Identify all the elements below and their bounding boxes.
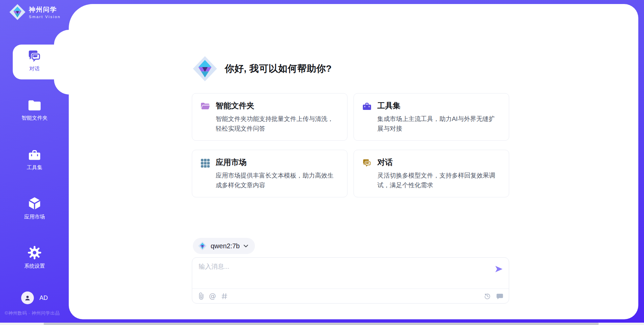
sidebar-item-smart-folder[interactable]: 智能文件夹 — [0, 99, 69, 122]
person-avatar-icon — [23, 294, 32, 302]
footer-credit: ©神州数码 · 神州问学出品 — [5, 310, 68, 316]
greeting: 你好, 我可以如何帮助你? — [192, 55, 332, 82]
model-selector[interactable]: qwen2:7b — [193, 238, 255, 254]
attachment-button[interactable] — [199, 292, 204, 300]
main-content-layer: 你好, 我可以如何帮助你? 智能文件夹 智能文件夹功能支持批量文件上传与清洗，轻… — [69, 4, 638, 319]
toolbox-icon — [27, 148, 42, 161]
gear-icon — [28, 246, 42, 260]
brand-text: 神州问学 Smart Vision — [29, 5, 61, 19]
greeting-title: 你好, 我可以如何帮助你? — [225, 62, 332, 75]
card-title: 对话 — [377, 157, 501, 168]
model-name: qwen2:7b — [211, 242, 240, 250]
composer-toolbar: @ — [199, 289, 503, 303]
sidebar-item-app-market[interactable]: 应用市场 — [0, 196, 69, 220]
grid-icon — [200, 157, 216, 190]
history-button[interactable] — [484, 292, 491, 300]
feedback-button[interactable] — [496, 293, 503, 300]
folder-icon — [27, 99, 42, 112]
chat-bubbles-icon — [362, 157, 377, 190]
card-smart-folder[interactable]: 智能文件夹 智能文件夹功能支持批量文件上传与清洗，轻松实现文件问答 — [192, 93, 347, 141]
avatar — [21, 291, 34, 304]
send-icon — [494, 264, 503, 274]
model-diamond-icon — [198, 241, 207, 251]
brand-name: 神州问学 — [29, 5, 61, 14]
mention-icon: @ — [209, 292, 216, 300]
sidebar-item-label: 智能文件夹 — [21, 115, 48, 122]
sidebar-item-label: 系统设置 — [24, 263, 45, 270]
user-profile[interactable]: AD — [0, 291, 69, 304]
sidebar-item-toolset[interactable]: 工具集 — [0, 148, 69, 171]
card-description: 应用市场提供丰富长文本模板，助力高效生成多样化文章内容 — [216, 171, 339, 190]
card-chat[interactable]: 对话 灵活切换多模型文件，支持多样回复效果调试，满足个性化需求 — [354, 150, 509, 197]
content-column: 你好, 我可以如何帮助你? 智能文件夹 智能文件夹功能支持批量文件上传与清洗，轻… — [192, 4, 509, 319]
message-input[interactable] — [199, 263, 480, 270]
card-title: 工具集 — [377, 101, 501, 111]
sidebar-item-label: 应用市场 — [24, 213, 45, 220]
chevron-down-icon — [244, 245, 248, 248]
card-title: 智能文件夹 — [216, 101, 339, 111]
mention-button[interactable]: @ — [209, 292, 216, 300]
card-description: 灵活切换多模型文件，支持多样回复效果调试，满足个性化需求 — [377, 171, 501, 190]
hash-icon — [221, 292, 228, 300]
sidebar-item-settings[interactable]: 系统设置 — [0, 246, 69, 270]
sidebar-item-chat[interactable]: 对话 — [0, 49, 69, 72]
card-description: 智能文件夹功能支持批量文件上传与清洗，轻松实现文件问答 — [216, 114, 339, 133]
horizontal-scrollbar-thumb[interactable] — [44, 323, 599, 325]
open-folder-icon — [200, 101, 216, 133]
user-name: AD — [39, 295, 48, 302]
card-toolset[interactable]: 工具集 集成市场上主流工具，助力AI与外界无缝扩展与对接 — [354, 93, 509, 141]
toolbox-icon — [362, 101, 377, 133]
card-description: 集成市场上主流工具，助力AI与外界无缝扩展与对接 — [377, 114, 501, 133]
sidebar-item-label: 对话 — [30, 65, 40, 72]
chat-bubbles-icon — [27, 49, 42, 62]
assistant-diamond-icon — [192, 55, 218, 82]
brand-diamond-icon — [9, 3, 26, 21]
message-composer: @ — [192, 257, 509, 304]
feature-cards: 智能文件夹 智能文件夹功能支持批量文件上传与清洗，轻松实现文件问答 工具集 集成… — [192, 93, 509, 197]
cube-icon — [27, 196, 42, 210]
send-button[interactable] — [494, 264, 503, 274]
hash-button[interactable] — [221, 292, 228, 300]
brand-subtitle: Smart Vision — [29, 15, 61, 19]
composer-toolbar-right — [484, 292, 503, 300]
sidebar-item-label: 工具集 — [27, 164, 43, 171]
card-title: 应用市场 — [216, 157, 339, 168]
sidebar: 神州问学 Smart Vision 对话 智能文件夹 工具集 — [0, 0, 69, 325]
history-icon — [484, 292, 491, 300]
brand-logo: 神州问学 Smart Vision — [9, 3, 61, 21]
feedback-bubble-icon — [496, 293, 503, 300]
card-app-market[interactable]: 应用市场 应用市场提供丰富长文本模板，助力高效生成多样化文章内容 — [192, 150, 347, 197]
attachment-icon — [199, 292, 204, 300]
composer-toolbar-left: @ — [199, 292, 228, 300]
horizontal-scrollbar-track[interactable] — [0, 323, 644, 325]
